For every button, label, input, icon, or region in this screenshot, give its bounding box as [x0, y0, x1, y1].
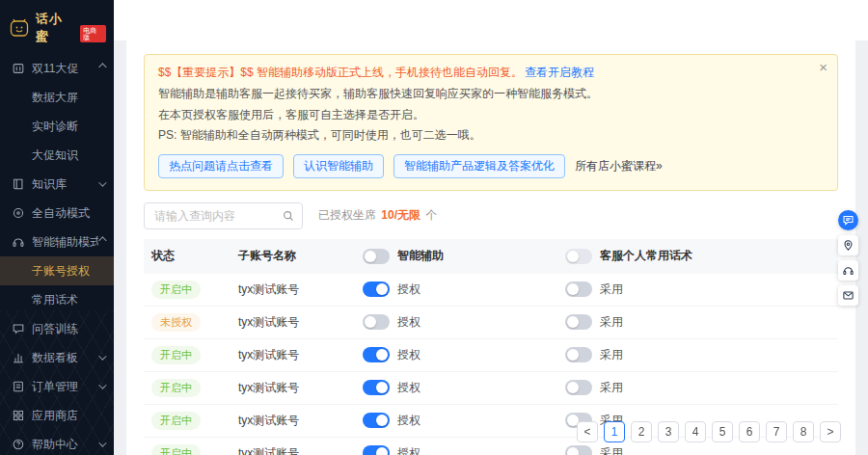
top-bar	[114, 0, 868, 40]
sidebar-item-knowledge[interactable]: 知识库	[0, 170, 114, 199]
notice-line: 智能辅助是辅助客服一起接待买家，辅助客服快速回复响应买家的一种智能服务模式。	[158, 84, 808, 105]
chat-icon[interactable]	[838, 210, 858, 230]
status-badge: 未授权	[151, 313, 201, 332]
sidebar: 话小蜜 电商版 双11大促数据大屏实时诊断大促知识知识库全自动模式智能辅助模式子…	[0, 0, 114, 455]
assist-toggle[interactable]	[363, 281, 390, 297]
sidebar-item-promo[interactable]: 双11大促	[0, 54, 114, 83]
account-name-cell: tyx测试账号	[238, 347, 363, 363]
app-logo: 话小蜜 电商版	[0, 0, 114, 54]
assist-master-toggle[interactable]	[363, 249, 390, 264]
sidebar-subitem[interactable]: 子账号授权	[0, 256, 114, 285]
table-header: 状态 子账号名称 智能辅助 客服个人常用话术	[144, 239, 838, 274]
pagination-page-3[interactable]: 3	[658, 421, 679, 442]
sidebar-item-auto-mode[interactable]: 全自动模式	[0, 199, 114, 228]
chevron-down-icon	[98, 381, 106, 388]
sidebar-subitem[interactable]: 数据大屏	[0, 83, 114, 112]
table-row: 开启中tyx测试账号授权采用	[144, 372, 838, 405]
assist-cell: 授权	[363, 314, 565, 331]
headset-icon[interactable]	[838, 260, 858, 281]
sidebar-item-help[interactable]: 帮助中心	[0, 430, 114, 455]
status-cell: 未授权	[151, 313, 238, 332]
auto-mode-icon	[12, 206, 25, 220]
assist-toggle-label: 授权	[397, 380, 420, 396]
phrases-toggle-label: 采用	[600, 314, 623, 331]
pagination-prev[interactable]: <	[577, 421, 598, 442]
sidebar-item-label: 问答训练	[32, 321, 104, 337]
all-courses-link[interactable]: 所有店小蜜课程»	[575, 158, 663, 174]
qa-icon	[12, 322, 25, 335]
pagination-page-5[interactable]: 5	[712, 421, 733, 442]
pagination-page-6[interactable]: 6	[739, 421, 760, 442]
pagination-page-4[interactable]: 4	[685, 421, 706, 442]
pagination-next[interactable]: >	[820, 421, 841, 442]
mail-icon[interactable]	[838, 285, 858, 306]
main-area: × $$【重要提示】$$ 智能辅助移动版正式上线，手机接待也能自动回复。查看开启…	[114, 0, 868, 455]
phrases-toggle[interactable]	[565, 380, 592, 395]
table-row: 开启中tyx测试账号授权采用	[144, 274, 838, 307]
status-cell: 开启中	[151, 346, 238, 364]
assist-toggle[interactable]	[363, 413, 390, 428]
assist-toggle[interactable]	[363, 347, 390, 362]
assist-toggle-label: 授权	[397, 347, 420, 363]
assist-cell: 授权	[363, 380, 565, 396]
assist-toggle[interactable]	[363, 314, 390, 330]
notice-buttons: 热点问题请点击查看认识智能辅助智能辅助产品逻辑及答案优化 所有店小蜜课程»	[158, 154, 808, 178]
phrases-master-toggle[interactable]	[565, 249, 592, 264]
header-assist-label: 智能辅助	[397, 248, 444, 264]
assist-toggle[interactable]	[363, 380, 390, 395]
phrases-toggle[interactable]	[565, 347, 592, 362]
sidebar-item-assist-mode[interactable]: 智能辅助模式	[0, 228, 114, 256]
chevron-down-icon	[98, 352, 106, 360]
sidebar-subitem[interactable]: 常用话术	[0, 285, 114, 314]
status-cell: 开启中	[151, 281, 238, 299]
status-badge: 开启中	[151, 281, 201, 299]
app-edition-badge: 电商版	[80, 25, 106, 42]
phrases-toggle[interactable]	[565, 445, 592, 455]
pagination-page-8[interactable]: 8	[793, 421, 814, 442]
notice-action-button[interactable]: 热点问题请点击查看	[158, 154, 284, 178]
status-badge: 开启中	[151, 444, 201, 455]
status-cell: 开启中	[151, 379, 238, 397]
sidebar-subitem[interactable]: 大促知识	[0, 141, 114, 170]
pagination-page-1[interactable]: 1	[604, 421, 625, 442]
account-name-cell: tyx测试账号	[238, 314, 363, 331]
assist-cell: 授权	[363, 347, 565, 363]
phrases-cell: 采用	[565, 445, 830, 455]
account-name-cell: tyx测试账号	[238, 380, 363, 396]
header-status: 状态	[151, 248, 238, 264]
notice-action-button[interactable]: 智能辅助产品逻辑及答案优化	[393, 154, 565, 178]
pagination-page-2[interactable]: 2	[631, 421, 652, 442]
sidebar-item-order[interactable]: 订单管理	[0, 372, 114, 401]
toolbar: 已授权坐席 10/无限 个	[144, 202, 838, 229]
app-logo-icon	[8, 16, 31, 40]
phrases-toggle[interactable]	[565, 314, 592, 330]
sidebar-item-qa[interactable]: 问答训练	[0, 314, 114, 343]
location-icon[interactable]	[838, 235, 858, 255]
phrases-toggle[interactable]	[565, 281, 592, 297]
close-icon[interactable]: ×	[819, 60, 827, 74]
search-input[interactable]	[144, 202, 303, 229]
sidebar-item-label: 数据看板	[32, 350, 98, 366]
assist-cell: 授权	[363, 281, 565, 298]
notice-line: 在本页授权客服使用后，客服可自主选择是否开启。	[158, 105, 808, 126]
pagination-page-7[interactable]: 7	[766, 421, 787, 442]
notice-tutorial-link[interactable]: 查看开启教程	[525, 66, 594, 79]
phrases-toggle-label: 采用	[600, 380, 623, 396]
sidebar-item-board[interactable]: 数据看板	[0, 343, 114, 372]
sidebar-item-store[interactable]: 应用商店	[0, 401, 114, 430]
phrases-toggle-label: 采用	[600, 347, 623, 363]
header-account: 子账号名称	[238, 248, 363, 264]
assist-toggle[interactable]	[363, 445, 390, 455]
sidebar-subitem[interactable]: 实时诊断	[0, 112, 114, 141]
status-cell: 开启中	[151, 444, 238, 455]
seats-unit: 个	[425, 208, 437, 222]
phrases-cell: 采用	[565, 281, 830, 298]
help-icon	[12, 438, 25, 451]
notice-action-button[interactable]: 认识智能辅助	[293, 154, 384, 178]
assist-toggle-label: 授权	[397, 281, 420, 298]
sidebar-item-label: 帮助中心	[32, 437, 98, 453]
app-title: 话小蜜	[36, 11, 75, 45]
assist-cell: 授权	[363, 445, 565, 455]
sidebar-item-label: 智能辅助模式	[32, 234, 98, 251]
phrases-toggle-label: 采用	[600, 281, 623, 298]
